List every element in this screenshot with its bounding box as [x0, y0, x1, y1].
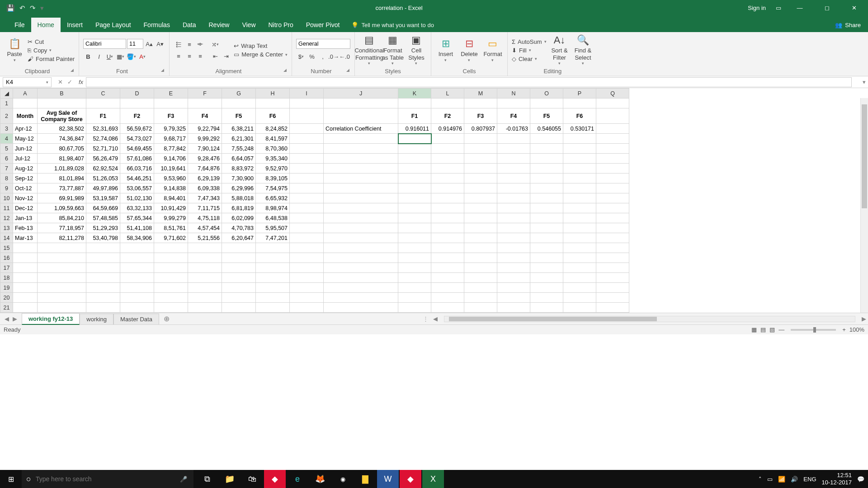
zoom-level[interactable]: 100%	[849, 326, 864, 333]
cell-C17[interactable]	[86, 263, 120, 273]
tab-insert[interactable]: Insert	[61, 18, 89, 32]
cell-P15[interactable]	[563, 243, 596, 253]
cell-P5[interactable]	[563, 144, 596, 154]
cell-C4[interactable]: 52,74,086	[86, 134, 120, 144]
find-select-button[interactable]: 🔍Find & Select▾	[573, 33, 594, 67]
cell-L19[interactable]	[431, 283, 464, 293]
cell-D8[interactable]: 54,46,251	[120, 174, 154, 183]
cell-B14[interactable]: 82,11,278	[38, 233, 86, 243]
increase-decimal-icon[interactable]: .0→	[329, 52, 339, 61]
cell-D11[interactable]: 63,32,133	[120, 203, 154, 213]
cell-M10[interactable]	[464, 193, 497, 203]
fx-icon[interactable]: fx	[76, 79, 86, 85]
row-header-12[interactable]: 12	[0, 213, 13, 223]
cell-M21[interactable]	[464, 303, 497, 313]
cell-O4[interactable]	[530, 134, 563, 144]
cell-A1[interactable]	[13, 99, 38, 108]
cell-G21[interactable]	[222, 303, 256, 313]
grow-font-icon[interactable]: A▴	[144, 39, 154, 49]
cell-M4[interactable]	[464, 134, 497, 144]
cell-L7[interactable]	[431, 164, 464, 174]
cell-J10[interactable]	[324, 193, 398, 203]
cell-K12[interactable]	[398, 213, 431, 223]
cell-J2[interactable]	[324, 108, 398, 124]
cell-Q19[interactable]	[596, 283, 629, 293]
cell-Q20[interactable]	[596, 293, 629, 303]
cell-N6[interactable]	[497, 154, 530, 164]
cell-D20[interactable]	[120, 293, 154, 303]
font-name-combo[interactable]	[83, 39, 126, 49]
cell-M6[interactable]	[464, 154, 497, 164]
alignment-dialog-icon[interactable]: ◢	[283, 68, 287, 72]
cell-P13[interactable]	[563, 223, 596, 233]
cell-B3[interactable]: 82,38,502	[38, 124, 86, 134]
cell-A18[interactable]	[13, 273, 38, 283]
cell-I9[interactable]	[290, 183, 324, 193]
cell-O8[interactable]	[530, 174, 563, 183]
cell-O18[interactable]	[530, 273, 563, 283]
cell-E14[interactable]: 9,71,602	[154, 233, 188, 243]
cell-N21[interactable]	[497, 303, 530, 313]
cell-O21[interactable]	[530, 303, 563, 313]
cell-L16[interactable]	[431, 253, 464, 263]
col-header-C[interactable]: C	[86, 89, 120, 99]
cell-L1[interactable]	[431, 99, 464, 108]
zoom-knob[interactable]	[813, 327, 816, 333]
cell-D10[interactable]: 51,02,130	[120, 193, 154, 203]
cell-L11[interactable]	[431, 203, 464, 213]
cell-C20[interactable]	[86, 293, 120, 303]
comma-format-icon[interactable]: ,	[318, 52, 328, 61]
cell-B1[interactable]	[38, 99, 86, 108]
cell-I5[interactable]	[290, 144, 324, 154]
cell-Q17[interactable]	[596, 263, 629, 273]
cell-A5[interactable]: Jun-12	[13, 144, 38, 154]
normal-view-icon[interactable]: ▦	[751, 326, 757, 333]
cell-G6[interactable]: 6,64,057	[222, 154, 256, 164]
cell-G10[interactable]: 5,88,018	[222, 193, 256, 203]
clear-button[interactable]: ◇Clear ▾	[512, 56, 547, 62]
cell-E9[interactable]: 9,14,838	[154, 183, 188, 193]
cell-B12[interactable]: 85,84,210	[38, 213, 86, 223]
cell-C18[interactable]	[86, 273, 120, 283]
cell-L21[interactable]	[431, 303, 464, 313]
sheet-tab-working[interactable]: working	[80, 314, 113, 324]
cell-F9[interactable]: 6,09,338	[188, 183, 222, 193]
cell-Q8[interactable]	[596, 174, 629, 183]
decrease-decimal-icon[interactable]: ←.0	[340, 52, 349, 61]
cell-Q4[interactable]	[596, 134, 629, 144]
cell-E19[interactable]	[154, 283, 188, 293]
cell-I4[interactable]	[290, 134, 324, 144]
cell-D13[interactable]: 51,41,108	[120, 223, 154, 233]
cell-M16[interactable]	[464, 253, 497, 263]
cell-N9[interactable]	[497, 183, 530, 193]
cell-C14[interactable]: 53,40,798	[86, 233, 120, 243]
cell-Q14[interactable]	[596, 233, 629, 243]
tab-power-pivot[interactable]: Power Pivot	[300, 18, 346, 32]
cell-C8[interactable]: 51,26,053	[86, 174, 120, 183]
cell-P6[interactable]	[563, 154, 596, 164]
cell-O6[interactable]	[530, 154, 563, 164]
wrap-text-button[interactable]: ↩Wrap Text	[234, 42, 288, 49]
cell-D16[interactable]	[120, 253, 154, 263]
cell-C15[interactable]	[86, 243, 120, 253]
cell-F3[interactable]: 9,22,794	[188, 124, 222, 134]
cell-Q6[interactable]	[596, 154, 629, 164]
cell-A6[interactable]: Jul-12	[13, 154, 38, 164]
col-header-M[interactable]: M	[464, 89, 497, 99]
col-header-P[interactable]: P	[563, 89, 596, 99]
hscroll-thumb[interactable]	[449, 317, 657, 321]
delete-cells-button[interactable]: ⊟Delete▾	[459, 33, 480, 67]
cell-H20[interactable]	[256, 293, 290, 303]
cell-B5[interactable]: 80,67,705	[38, 144, 86, 154]
cell-L2[interactable]: F2	[431, 108, 464, 124]
merge-center-button[interactable]: ▭Merge & Center ▾	[234, 51, 288, 58]
cell-E1[interactable]	[154, 99, 188, 108]
cell-P3[interactable]: 0.530171	[563, 124, 596, 134]
cell-D21[interactable]	[120, 303, 154, 313]
cell-K8[interactable]	[398, 174, 431, 183]
cell-G20[interactable]	[222, 293, 256, 303]
cell-H11[interactable]: 8,98,974	[256, 203, 290, 213]
cell-J15[interactable]	[324, 243, 398, 253]
cell-P20[interactable]	[563, 293, 596, 303]
cell-K9[interactable]	[398, 183, 431, 193]
